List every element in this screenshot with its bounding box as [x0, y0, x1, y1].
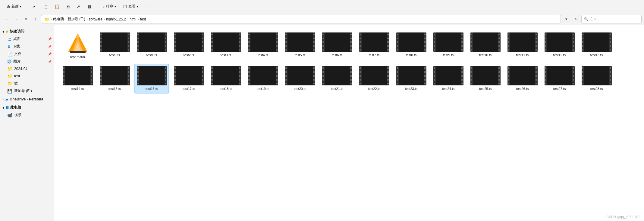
file-item[interactable]: test21.ts [320, 64, 354, 93]
file-item[interactable]: test5.ts [283, 30, 317, 61]
computer-header[interactable]: ▾ 🖥 此电脑 [0, 104, 54, 111]
delete-button[interactable]: 🗑 [84, 3, 95, 10]
sidebar-item-2024[interactable]: 📁 2024-04 [0, 65, 54, 72]
film-strip-left [582, 66, 584, 85]
cut-button[interactable]: ✂ [30, 3, 39, 10]
sidebar-item-video[interactable]: 📹 视频 [0, 111, 54, 119]
sidebar-item-drive[interactable]: 💾 新加卷 (E:) [0, 87, 54, 95]
file-item[interactable]: test.m3u8 [60, 30, 95, 61]
delete-icon: 🗑 [87, 5, 92, 9]
file-item[interactable]: test10.ts [468, 30, 503, 61]
file-item[interactable]: test19.ts [246, 64, 280, 93]
forward-button[interactable]: › [12, 15, 20, 23]
film-strip-right [424, 32, 426, 52]
breadcrumb: 📁 › 此电脑 › 新加卷 (E:) › software › nginx-1.… [41, 15, 561, 23]
more-label: ... [146, 5, 149, 9]
file-item[interactable]: test28.ts [579, 64, 614, 93]
recent-button[interactable]: ▾ [22, 15, 30, 23]
film-thumbnail [137, 66, 167, 85]
file-item[interactable]: test18.ts [209, 64, 243, 93]
file-label: test16.ts [146, 87, 158, 91]
file-label: test7.ts [369, 53, 379, 57]
file-item[interactable]: test8.ts [394, 30, 429, 61]
sidebar-item-pictures[interactable]: 🖼 图片 📌 [0, 58, 54, 65]
sidebar-item-documents[interactable]: 📄 文档 📌 [0, 50, 54, 58]
test-folder-icon: 📁 [7, 74, 12, 78]
film-thumbnail [545, 32, 575, 52]
file-item[interactable]: test27.ts [542, 64, 577, 93]
file-item[interactable]: test16.ts [134, 64, 169, 93]
view-button[interactable]: ☐ 查看 ▾ [120, 2, 141, 11]
sidebar-item-desktop[interactable]: 🗂 桌面 📌 [0, 35, 54, 43]
drive-label: 新加卷 (E:) [14, 88, 32, 94]
file-item[interactable]: test23.ts [394, 64, 429, 93]
file-item[interactable]: test24.ts [431, 64, 466, 93]
file-item[interactable]: test2.ts [171, 30, 206, 61]
film-strip-left [248, 32, 250, 52]
more-button[interactable]: ... [143, 3, 152, 10]
file-label: test.m3u8 [70, 55, 85, 59]
quick-access-header[interactable]: ▾ ★ 快速访问 [0, 28, 54, 35]
file-item[interactable]: test4.ts [246, 30, 280, 61]
rename-button[interactable]: ⎘ [64, 3, 72, 10]
film-strip-right [239, 66, 241, 85]
file-item[interactable]: test25.ts [468, 64, 503, 93]
file-item[interactable]: test11.ts [505, 30, 540, 61]
onedrive-header[interactable]: › ☁ OneDrive - Persona [0, 96, 54, 103]
film-thumbnail [322, 66, 352, 85]
breadcrumb-drive[interactable]: 新加卷 (E:) [68, 17, 85, 22]
film-thumbnail [285, 32, 315, 52]
share-button[interactable]: ↗ [74, 3, 83, 10]
search-box[interactable]: 🔍 在 te... [581, 15, 642, 23]
file-label: test27.ts [553, 87, 566, 91]
file-item[interactable]: test22.ts [357, 64, 391, 93]
sidebar-item-downloads[interactable]: ⬇ 下载 📌 [0, 43, 54, 50]
up-button[interactable]: ↑ [31, 15, 40, 23]
view-label: 查看 [128, 4, 136, 9]
breadcrumb-software[interactable]: software [89, 17, 102, 21]
file-item[interactable]: test12.ts [542, 30, 577, 61]
file-item[interactable]: test14.ts [60, 64, 95, 93]
file-item[interactable]: test20.ts [283, 64, 317, 93]
breadcrumb-test[interactable]: test [140, 17, 146, 21]
film-strip-left [322, 66, 325, 85]
file-item[interactable]: test3.ts [209, 30, 243, 61]
chevron-right-icon: › [2, 97, 4, 101]
file-item[interactable]: test17.ts [171, 64, 206, 93]
breadcrumb-html[interactable]: html [130, 17, 137, 21]
new-button[interactable]: ⊕ 新建 ▾ [4, 2, 24, 11]
file-label: test13.ts [590, 53, 603, 57]
film-thumbnail [174, 32, 204, 52]
file-item[interactable]: test0.ts [97, 30, 132, 61]
file-label: test8.ts [406, 53, 416, 57]
sidebar-item-test[interactable]: 📁 test [0, 72, 54, 80]
file-item[interactable]: test9.ts [431, 30, 466, 61]
film-thumbnail [359, 32, 389, 52]
file-item[interactable]: test15.ts [97, 64, 132, 93]
documents-icon: 📄 [7, 52, 12, 57]
file-item[interactable]: test6.ts [320, 30, 354, 61]
folder-2024-icon: 📁 [7, 66, 12, 71]
file-item[interactable]: test7.ts [357, 30, 391, 61]
breadcrumb-computer[interactable]: 此电脑 [53, 17, 64, 22]
film-strip-right [127, 32, 130, 52]
film-strip-right [461, 66, 463, 85]
paste-button[interactable]: 📋 [52, 3, 63, 10]
file-item[interactable]: test1.ts [134, 30, 169, 61]
copy-button[interactable]: ⬚ [40, 3, 50, 10]
film-strip-right [350, 32, 352, 52]
sort-button[interactable]: ↕ 排序 ▾ [100, 2, 119, 11]
sidebar-item-songs[interactable]: 📁 歌 [0, 80, 54, 87]
songs-label: 歌 [14, 81, 18, 86]
film-strip-left [322, 32, 325, 52]
film-strip-left [582, 32, 584, 52]
film-thumbnail [433, 32, 463, 52]
file-item[interactable]: test26.ts [505, 64, 540, 93]
refresh-button[interactable]: ↻ [572, 15, 580, 23]
breadcrumb-nginx[interactable]: nginx-1.25.2 [106, 17, 126, 21]
file-item[interactable]: test13.ts [579, 30, 614, 61]
back-button[interactable]: ‹ [2, 15, 11, 23]
pictures-label: 图片 [13, 59, 20, 64]
film-strip-right [387, 66, 389, 85]
dropdown-button[interactable]: ▾ [562, 15, 570, 23]
